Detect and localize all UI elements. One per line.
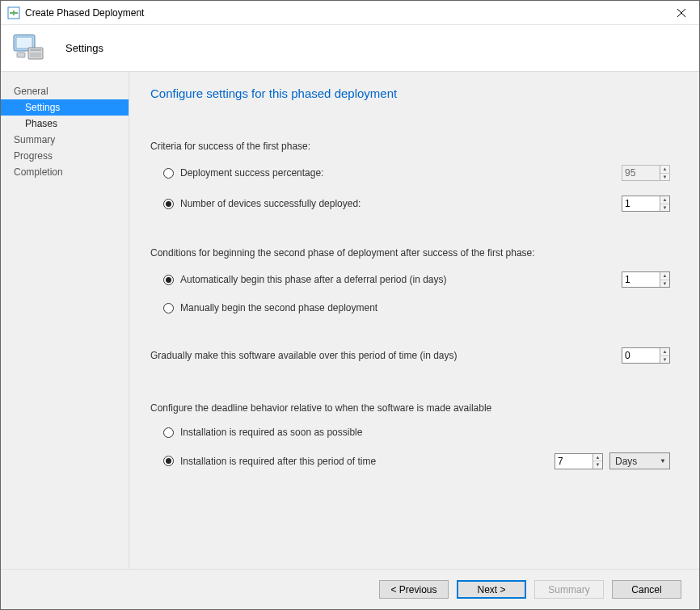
spinner-buttons: ▲▼: [660, 166, 669, 180]
option-label: Automatically begin this phase after a d…: [180, 274, 447, 285]
deadline-unit-combo[interactable]: Days ▼: [609, 452, 670, 469]
success-percentage-input: [622, 166, 660, 180]
radio-icon: [163, 303, 174, 313]
gradual-availability-row: Gradually make this software available o…: [150, 347, 670, 364]
option-install-after[interactable]: Installation is required after this peri…: [150, 449, 670, 473]
gradual-days-spinner[interactable]: ▲▼: [622, 347, 670, 364]
chevron-down-icon: ▼: [660, 457, 666, 465]
page-title: Settings: [65, 42, 103, 54]
next-button[interactable]: Next >: [457, 580, 526, 599]
sidebar-item-summary[interactable]: Summary: [1, 132, 129, 148]
svg-rect-7: [16, 37, 32, 48]
device-count-input[interactable]: [622, 196, 660, 211]
success-percentage-spinner: ▲▼: [622, 165, 670, 181]
sidebar-item-completion[interactable]: Completion: [1, 164, 129, 180]
app-icon: [7, 6, 20, 19]
deadline-label: Configure the deadline behavior relative…: [150, 402, 670, 414]
option-label: Manually begin the second phase deployme…: [180, 302, 377, 313]
radio-icon: [163, 456, 174, 466]
spinner-buttons[interactable]: ▲▼: [660, 348, 669, 363]
close-button[interactable]: [663, 1, 699, 24]
sidebar-item-general[interactable]: General: [1, 83, 129, 99]
svg-rect-2: [15, 12, 18, 14]
gradual-label: Gradually make this software available o…: [150, 350, 458, 361]
cancel-button[interactable]: Cancel: [612, 580, 681, 599]
begin-conditions-label: Conditions for beginning the second phas…: [150, 247, 670, 259]
gradual-days-input[interactable]: [622, 348, 660, 363]
option-install-asap[interactable]: Installation is required as soon as poss…: [150, 423, 670, 441]
content-pane: Configure settings for this phased deplo…: [129, 72, 699, 569]
computer-icon: [12, 32, 48, 65]
option-device-count[interactable]: Number of devices successfully deployed:…: [150, 192, 670, 215]
sidebar-item-progress[interactable]: Progress: [1, 148, 129, 164]
option-auto-begin[interactable]: Automatically begin this phase after a d…: [150, 268, 670, 291]
svg-rect-10: [30, 53, 41, 57]
deadline-value-input[interactable]: [555, 454, 592, 469]
radio-icon: [163, 275, 174, 285]
content-heading: Configure settings for this phased deplo…: [150, 86, 670, 100]
option-label: Installation is required as soon as poss…: [180, 427, 362, 438]
svg-rect-1: [10, 12, 13, 14]
wizard-footer: < Previous Next > Summary Cancel: [1, 569, 699, 609]
wizard-header: Settings: [1, 25, 699, 72]
summary-button: Summary: [534, 580, 604, 599]
wizard-steps-sidebar: General Settings Phases Summary Progress…: [1, 72, 129, 569]
spinner-buttons[interactable]: ▲▼: [660, 272, 669, 287]
option-success-percentage[interactable]: Deployment success percentage: ▲▼: [150, 162, 670, 184]
option-label: Number of devices successfully deployed:: [180, 198, 361, 209]
spinner-buttons[interactable]: ▲▼: [592, 454, 602, 469]
wizard-window: Create Phased Deployment Settings Genera…: [0, 0, 700, 610]
previous-button[interactable]: < Previous: [379, 580, 449, 599]
option-label: Deployment success percentage:: [180, 167, 323, 179]
sidebar-item-phases[interactable]: Phases: [1, 116, 129, 132]
criteria-label: Criteria for success of the first phase:: [150, 141, 670, 152]
radio-icon: [163, 427, 174, 438]
option-label: Installation is required after this peri…: [180, 456, 376, 467]
svg-rect-9: [30, 49, 41, 51]
deferral-days-input[interactable]: [622, 272, 660, 287]
radio-icon: [163, 199, 174, 209]
option-manual-begin[interactable]: Manually begin the second phase deployme…: [150, 299, 670, 317]
deferral-days-spinner[interactable]: ▲▼: [622, 271, 670, 288]
window-title: Create Phased Deployment: [25, 7, 144, 19]
deadline-value-spinner[interactable]: ▲▼: [555, 453, 603, 469]
titlebar: Create Phased Deployment: [1, 1, 699, 25]
sidebar-item-settings[interactable]: Settings: [1, 99, 129, 116]
deadline-unit-value: Days: [615, 456, 637, 467]
svg-rect-3: [13, 11, 15, 15]
wizard-body: General Settings Phases Summary Progress…: [1, 72, 699, 569]
radio-icon: [163, 168, 174, 179]
spinner-buttons[interactable]: ▲▼: [660, 196, 669, 211]
device-count-spinner[interactable]: ▲▼: [622, 196, 670, 212]
svg-rect-11: [17, 53, 25, 57]
